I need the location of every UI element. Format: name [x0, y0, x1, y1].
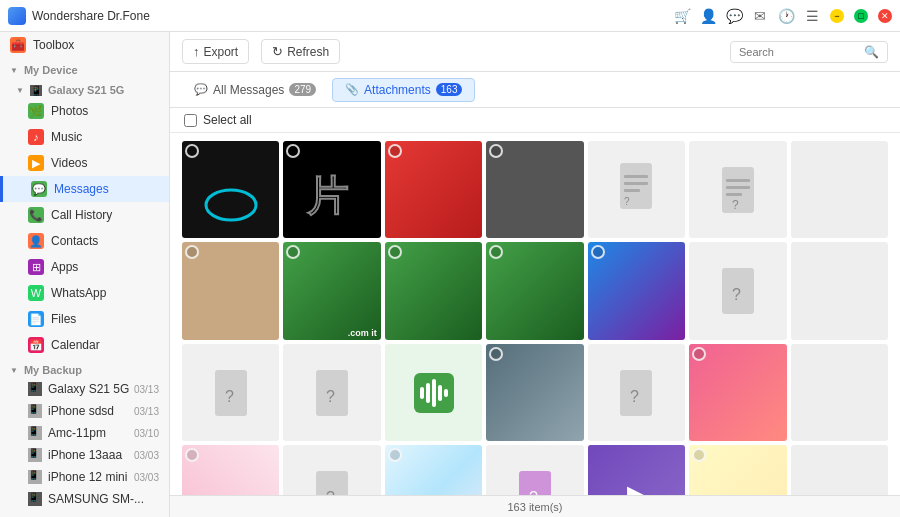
item-checkbox-8[interactable] — [185, 245, 199, 259]
search-box[interactable]: 🔍 — [730, 41, 888, 63]
backup-iphone13-left: 📱 iPhone 13aaa — [28, 448, 122, 462]
svg-rect-10 — [726, 193, 742, 196]
sidebar-section-backup[interactable]: ▼ My Backup — [0, 358, 169, 378]
grid-item-3[interactable] — [385, 141, 482, 238]
cart-icon[interactable]: 🛒 — [674, 8, 690, 24]
sidebar-item-calendar[interactable]: 📅 Calendar — [0, 332, 169, 358]
status-bar: 163 item(s) — [170, 495, 900, 517]
play-overlay-26: ▶ — [588, 445, 685, 495]
grid-item-2[interactable]: 片 — [283, 141, 380, 238]
sidebar-item-videos[interactable]: ▶ Videos — [0, 150, 169, 176]
svg-text:片: 片 — [307, 173, 349, 219]
sidebar-item-apps[interactable]: ⊞ Apps — [0, 254, 169, 280]
item-checkbox-22[interactable] — [185, 448, 199, 462]
whatsapp-icon: W — [28, 285, 44, 301]
grid-item-11[interactable] — [486, 242, 583, 339]
sidebar-item-whatsapp[interactable]: W WhatsApp — [0, 280, 169, 306]
grid-item-19[interactable]: ? — [588, 344, 685, 441]
sidebar-item-photos[interactable]: 🌿 Photos — [0, 98, 169, 124]
chat-icon[interactable]: 💬 — [726, 8, 742, 24]
user-icon[interactable]: 👤 — [700, 8, 716, 24]
mail-icon[interactable]: ✉ — [752, 8, 768, 24]
svg-rect-9 — [726, 186, 750, 189]
attachments-grid: 片 — [182, 141, 888, 495]
grid-item-6[interactable]: ? — [689, 141, 786, 238]
grid-item-22[interactable] — [182, 445, 279, 495]
item-checkbox-3[interactable] — [388, 144, 402, 158]
backup-item-amc[interactable]: 📱 Amc-11pm 03/10 — [0, 422, 169, 444]
titlebar: Wondershare Dr.Fone 🛒 👤 💬 ✉ 🕐 ☰ − □ ✕ — [0, 0, 900, 32]
backup-item-samsung[interactable]: 📱 SAMSUNG SM-... — [0, 488, 169, 510]
grid-item-12[interactable] — [588, 242, 685, 339]
grid-item-9[interactable]: .com it — [283, 242, 380, 339]
calendar-icon: 📅 — [28, 337, 44, 353]
grid-item-1[interactable] — [182, 141, 279, 238]
export-button[interactable]: ↑ Export — [182, 39, 249, 64]
search-input[interactable] — [739, 46, 859, 58]
sidebar-section-device[interactable]: ▼ My Device — [0, 58, 169, 78]
sidebar-item-music[interactable]: ♪ Music — [0, 124, 169, 150]
sidebar-item-galaxy[interactable]: ▼ 📱 Galaxy S21 5G — [0, 78, 169, 98]
grid-item-26[interactable]: ▶ — [588, 445, 685, 495]
maximize-button[interactable]: □ — [854, 9, 868, 23]
select-all-label[interactable]: Select all — [203, 113, 252, 127]
sidebar-item-messages[interactable]: 💬 Messages — [0, 176, 169, 202]
sidebar: 🧰 Toolbox ▼ My Device ▼ 📱 Galaxy S21 5G … — [0, 32, 170, 517]
tab-attachments-icon: 📎 — [345, 83, 359, 96]
backup-item-iphone13[interactable]: 📱 iPhone 13aaa 03/03 — [0, 444, 169, 466]
item-checkbox-24[interactable] — [388, 448, 402, 462]
history-icon[interactable]: 🕐 — [778, 8, 794, 24]
item-checkbox-11[interactable] — [489, 245, 503, 259]
grid-item-18[interactable] — [486, 344, 583, 441]
app-logo — [8, 7, 26, 25]
videos-label: Videos — [51, 156, 87, 170]
grid-item-4[interactable] — [486, 141, 583, 238]
grid-item-24[interactable] — [385, 445, 482, 495]
grid-item-16[interactable]: ? — [283, 344, 380, 441]
backup-item-iphone12mini[interactable]: 📱 iPhone 12 mini 03/03 — [0, 466, 169, 488]
sidebar-item-callhistory[interactable]: 📞 Call History — [0, 202, 169, 228]
backup-item-galaxy[interactable]: 📱 Galaxy S21 5G 03/13 — [0, 378, 169, 400]
grid-item-20[interactable] — [689, 344, 786, 441]
tab-all-messages[interactable]: 💬 All Messages 279 — [182, 79, 328, 101]
item-checkbox-1[interactable] — [185, 144, 199, 158]
sidebar-item-contacts[interactable]: 👤 Contacts — [0, 228, 169, 254]
item-checkbox-20[interactable] — [692, 347, 706, 361]
item-checkbox-27[interactable] — [692, 448, 706, 462]
calendar-label: Calendar — [51, 338, 100, 352]
grid-item-15[interactable]: ? — [182, 344, 279, 441]
backup-iphone13-icon: 📱 — [28, 448, 42, 462]
sidebar-item-files[interactable]: 📄 Files — [0, 306, 169, 332]
grid-item-27[interactable] — [689, 445, 786, 495]
menu-icon[interactable]: ☰ — [804, 8, 820, 24]
backup-item-iphonesdsd[interactable]: 📱 iPhone sdsd 03/13 — [0, 400, 169, 422]
grid-item-23[interactable]: ? — [283, 445, 380, 495]
svg-text:?: ? — [630, 388, 639, 405]
grid-item-13[interactable]: ? — [689, 242, 786, 339]
tab-attachments-label: Attachments — [364, 83, 431, 97]
backup-iphone12mini-label: iPhone 12 mini — [48, 470, 127, 484]
backup-iphone12-left: 📱 iPhone 12 mini — [28, 470, 127, 484]
item-checkbox-9[interactable] — [286, 245, 300, 259]
item-checkbox-12[interactable] — [591, 245, 605, 259]
grid-item-17[interactable] — [385, 344, 482, 441]
tab-attachments[interactable]: 📎 Attachments 163 — [332, 78, 475, 102]
item-checkbox-4[interactable] — [489, 144, 503, 158]
svg-text:?: ? — [326, 489, 335, 495]
grid-item-25[interactable]: ? — [486, 445, 583, 495]
select-all-checkbox[interactable] — [184, 114, 197, 127]
refresh-button[interactable]: ↻ Refresh — [261, 39, 340, 64]
item-checkbox-10[interactable] — [388, 245, 402, 259]
content-area: ↑ Export ↻ Refresh 🔍 💬 All Messages 279 — [170, 32, 900, 517]
minimize-button[interactable]: − — [830, 9, 844, 23]
svg-rect-5 — [624, 189, 640, 192]
my-backup-label: My Backup — [24, 364, 82, 376]
item-checkbox-18[interactable] — [489, 347, 503, 361]
close-button[interactable]: ✕ — [878, 9, 892, 23]
backup-amc-label: Amc-11pm — [48, 426, 106, 440]
grid-item-8[interactable] — [182, 242, 279, 339]
sidebar-item-toolbox[interactable]: 🧰 Toolbox — [0, 32, 169, 58]
grid-item-5[interactable]: ? — [588, 141, 685, 238]
grid-item-10[interactable] — [385, 242, 482, 339]
backup-iphone13-date: 03/03 — [134, 450, 159, 461]
